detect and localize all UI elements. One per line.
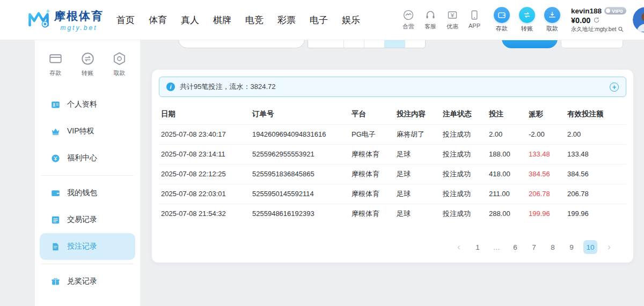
headset-icon <box>425 9 436 21</box>
nav-item-home[interactable]: 首页 <box>116 14 135 26</box>
vip-badge: VIP0 <box>604 7 626 14</box>
pagination-page-7[interactable]: 7 <box>527 240 541 254</box>
pagination-page-1[interactable]: 1 <box>471 240 485 254</box>
cell-platform: 摩根体育 <box>349 144 394 164</box>
cell-bet: 2.00 <box>487 124 526 144</box>
nav-item-chess[interactable]: 棋牌 <box>213 14 231 26</box>
bet-records-table: 日期订单号平台投注内容注单状态投注派彩有效投注额 2025-07-08 23:4… <box>159 104 626 223</box>
nav-item-lottery[interactable]: 彩票 <box>277 14 296 26</box>
welfare-icon <box>50 153 61 163</box>
quick-link-label: 合营 <box>402 23 414 31</box>
pagination-page-8[interactable]: 8 <box>546 240 560 254</box>
page: 摩根体育 mgty.bet 首页体育真人棋牌电竞彩票电子娱乐 合营客服优惠APP… <box>0 0 644 306</box>
cell-content: 足球 <box>394 164 441 184</box>
cell-bet: 418.00 <box>487 164 526 184</box>
sidebar-item-profile[interactable]: 个人资料 <box>40 91 135 118</box>
app-icon <box>469 9 480 21</box>
transactions-icon <box>50 215 61 225</box>
wallet-action-deposit[interactable]: 存款 <box>494 7 510 33</box>
cell-payout: 199.96 <box>526 204 565 223</box>
pagination-page-10[interactable]: 10 <box>583 240 597 254</box>
pagination-prev[interactable]: ‹ <box>452 240 466 254</box>
col-header-date: 日期 <box>159 104 250 124</box>
cell-date: 2025-07-08 23:14:11 <box>159 144 250 164</box>
wallet-action-transfer[interactable]: 转账 <box>519 7 535 33</box>
col-header-bet: 投注 <box>487 104 526 124</box>
site-address: 永久地址:mgty.bet <box>571 26 616 33</box>
cell-order: 5255950145592114 <box>250 184 349 204</box>
balance: ¥0.00 <box>571 16 590 25</box>
sidebar-quick-transfer[interactable]: 转账 <box>80 51 96 77</box>
cell-payout: 206.78 <box>526 184 565 204</box>
nav-item-live-casino[interactable]: 真人 <box>181 14 199 26</box>
cell-valid: 133.48 <box>565 144 626 164</box>
logo-subtitle: mgty.bet <box>60 24 97 32</box>
sidebar-quick-withdraw[interactable]: 取款 <box>112 51 127 77</box>
nav-item-sports[interactable]: 体育 <box>149 14 167 26</box>
handshake-icon <box>402 9 414 21</box>
sidebar-item-label: 个人资料 <box>67 100 97 109</box>
sidebar-item-wallet[interactable]: 我的钱包 <box>40 180 135 206</box>
cell-bet: 188.00 <box>487 144 526 164</box>
main-nav: 首页体育真人棋牌电竞彩票电子娱乐 <box>116 14 360 26</box>
avatar[interactable] <box>633 7 644 33</box>
sidebar-item-prize-records[interactable]: 兑奖记录 <box>40 268 135 295</box>
cell-status: 投注成功 <box>441 124 487 144</box>
quick-link-app[interactable]: APP <box>467 9 482 31</box>
user-info[interactable]: kevin188 VIP0 ¥0.00 永久地址:mgty.bet <box>571 7 626 33</box>
expand-icon[interactable]: + <box>610 83 619 92</box>
table-header-row: 日期订单号平台投注内容注单状态投注派彩有效投注额 <box>159 104 626 124</box>
wallet-icon <box>50 188 61 198</box>
sidebar-item-vip[interactable]: VIP特权 <box>40 118 135 145</box>
cell-date: 2025-07-08 22:03:01 <box>159 184 250 204</box>
sidebar-quick-actions: 存款转账取款 <box>35 40 140 77</box>
quick-link-label: 客服 <box>425 23 436 31</box>
nav-item-esports[interactable]: 电竞 <box>245 14 264 26</box>
pagination-ellipsis: … <box>489 240 503 254</box>
search-icon[interactable] <box>618 26 624 32</box>
pagination: ‹1…678910› <box>452 240 616 254</box>
quick-link-label: 优惠 <box>447 23 458 31</box>
pagination-page-9[interactable]: 9 <box>565 240 579 254</box>
cell-valid: 206.78 <box>565 184 626 204</box>
cell-order: 1942609694094831616 <box>250 124 349 144</box>
cell-order: 5255951836845865 <box>250 164 349 184</box>
cell-status: 投注成功 <box>441 144 487 164</box>
cell-content: 麻将胡了 <box>394 124 441 144</box>
sidebar-item-bet-records[interactable]: 投注记录 <box>40 233 135 260</box>
withdraw-outline-icon <box>112 51 127 66</box>
pagination-page-6[interactable]: 6 <box>508 240 522 254</box>
bet-records-card: i 共计95笔投注，流水：3824.72 + 日期订单号平台投注内容注单状态投注… <box>152 70 633 263</box>
bets-icon <box>50 242 61 252</box>
quick-link-label: APP <box>469 23 480 29</box>
sidebar-divider <box>41 264 134 264</box>
nav-item-slots[interactable]: 电子 <box>310 14 328 26</box>
quick-link-partnership[interactable]: 合营 <box>401 9 416 31</box>
quick-link-promotions[interactable]: 优惠 <box>445 9 460 31</box>
sidebar-quick-deposit[interactable]: 存款 <box>48 51 63 77</box>
cell-platform: PG电子 <box>349 124 394 144</box>
cell-content: 足球 <box>394 184 441 204</box>
sidebar-item-label: VIP特权 <box>67 126 94 136</box>
wallet-actions: 存款转账取款 <box>494 7 560 33</box>
withdraw-icon <box>544 7 560 23</box>
logo[interactable]: 摩根体育 mgty.bet <box>27 7 104 33</box>
cell-date: 2025-07-08 22:12:25 <box>159 164 250 184</box>
sidebar-item-label: 福利中心 <box>67 153 97 163</box>
sidebar-item-label: 投注记录 <box>67 242 97 251</box>
refresh-balance-icon[interactable] <box>593 17 600 24</box>
wallet-action-label: 转账 <box>521 25 533 33</box>
wallet-action-label: 存款 <box>496 25 508 33</box>
deposit-icon <box>494 7 510 23</box>
sidebar-menu: 个人资料VIP特权福利中心我的钱包交易记录投注记录兑奖记录 <box>35 91 140 295</box>
quick-link-support[interactable]: 客服 <box>423 9 438 31</box>
sidebar-item-welfare[interactable]: 福利中心 <box>40 145 135 171</box>
prize-icon <box>50 277 61 287</box>
wallet-action-withdraw[interactable]: 取款 <box>544 7 560 33</box>
nav-item-entertainment[interactable]: 娱乐 <box>342 14 360 26</box>
sidebar-item-transactions[interactable]: 交易记录 <box>40 206 135 233</box>
summary-bar: i 共计95笔投注，流水：3824.72 + <box>159 77 626 97</box>
sidebar-quick-label: 转账 <box>82 69 93 77</box>
sidebar-item-label: 交易记录 <box>67 215 97 225</box>
pagination-next[interactable]: › <box>602 240 616 254</box>
